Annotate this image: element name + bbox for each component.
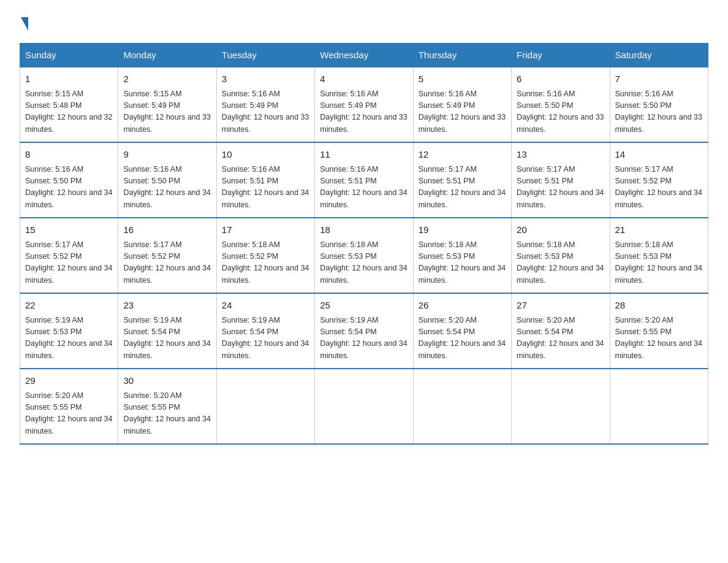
calendar-week-row-3: 15Sunrise: 5:17 AMSunset: 5:52 PMDayligh… [20,218,708,293]
day-info: Sunrise: 5:20 AMSunset: 5:55 PMDaylight:… [25,391,112,435]
calendar-week-row-2: 8Sunrise: 5:16 AMSunset: 5:50 PMDaylight… [20,142,708,218]
calendar-header-sunday: Sunday [20,44,118,67]
day-number: 10 [222,148,309,162]
calendar-cell: 13Sunrise: 5:17 AMSunset: 5:51 PMDayligh… [512,142,610,218]
day-info: Sunrise: 5:20 AMSunset: 5:55 PMDaylight:… [123,391,210,435]
day-number: 27 [517,299,604,313]
calendar-cell [512,369,610,444]
day-number: 26 [419,299,506,313]
day-info: Sunrise: 5:16 AMSunset: 5:50 PMDaylight:… [123,165,210,209]
logo-triangle-icon [21,17,28,31]
day-number: 4 [320,72,408,86]
calendar-cell [413,369,511,444]
calendar-cell: 1Sunrise: 5:15 AMSunset: 5:48 PMDaylight… [20,67,118,142]
calendar-cell: 5Sunrise: 5:16 AMSunset: 5:49 PMDaylight… [413,67,511,142]
day-number: 15 [25,223,113,237]
day-info: Sunrise: 5:19 AMSunset: 5:54 PMDaylight:… [320,316,407,360]
day-info: Sunrise: 5:16 AMSunset: 5:50 PMDaylight:… [25,165,112,209]
calendar-cell: 12Sunrise: 5:17 AMSunset: 5:51 PMDayligh… [413,142,511,218]
day-number: 21 [615,223,703,237]
calendar-cell: 10Sunrise: 5:16 AMSunset: 5:51 PMDayligh… [216,142,314,218]
day-info: Sunrise: 5:16 AMSunset: 5:49 PMDaylight:… [419,90,506,134]
calendar-cell: 27Sunrise: 5:20 AMSunset: 5:54 PMDayligh… [512,293,610,369]
day-number: 6 [517,72,604,86]
day-number: 19 [419,223,506,237]
day-info: Sunrise: 5:18 AMSunset: 5:52 PMDaylight:… [222,240,309,285]
calendar-week-row-4: 22Sunrise: 5:19 AMSunset: 5:53 PMDayligh… [20,293,708,369]
day-info: Sunrise: 5:19 AMSunset: 5:54 PMDaylight:… [123,316,210,360]
day-number: 5 [419,72,506,86]
day-info: Sunrise: 5:20 AMSunset: 5:54 PMDaylight:… [517,316,604,360]
calendar-week-row-1: 1Sunrise: 5:15 AMSunset: 5:48 PMDaylight… [20,67,708,142]
logo [20,15,28,31]
calendar-cell: 19Sunrise: 5:18 AMSunset: 5:53 PMDayligh… [413,218,511,293]
day-number: 2 [123,72,211,86]
day-number: 3 [222,72,309,86]
calendar-cell: 16Sunrise: 5:17 AMSunset: 5:52 PMDayligh… [118,218,216,293]
calendar-cell: 29Sunrise: 5:20 AMSunset: 5:55 PMDayligh… [20,369,118,444]
calendar-cell: 8Sunrise: 5:16 AMSunset: 5:50 PMDaylight… [20,142,118,218]
calendar-cell [216,369,314,444]
day-info: Sunrise: 5:19 AMSunset: 5:54 PMDaylight:… [222,316,309,360]
day-info: Sunrise: 5:16 AMSunset: 5:49 PMDaylight:… [222,90,309,134]
calendar-header-tuesday: Tuesday [216,44,314,67]
day-info: Sunrise: 5:17 AMSunset: 5:52 PMDaylight:… [25,240,112,285]
day-number: 8 [25,148,113,162]
day-number: 9 [123,148,211,162]
day-number: 17 [222,223,309,237]
calendar-cell: 26Sunrise: 5:20 AMSunset: 5:54 PMDayligh… [413,293,511,369]
calendar-cell: 25Sunrise: 5:19 AMSunset: 5:54 PMDayligh… [315,293,413,369]
calendar-cell: 18Sunrise: 5:18 AMSunset: 5:53 PMDayligh… [315,218,413,293]
calendar-header-thursday: Thursday [413,44,511,67]
calendar-cell: 21Sunrise: 5:18 AMSunset: 5:53 PMDayligh… [610,218,708,293]
day-info: Sunrise: 5:16 AMSunset: 5:50 PMDaylight:… [517,90,604,134]
day-info: Sunrise: 5:18 AMSunset: 5:53 PMDaylight:… [517,240,604,285]
day-number: 7 [615,72,703,86]
day-number: 12 [419,148,506,162]
calendar-header-row: SundayMondayTuesdayWednesdayThursdayFrid… [20,44,708,67]
calendar-cell: 3Sunrise: 5:16 AMSunset: 5:49 PMDaylight… [216,67,314,142]
calendar-cell: 15Sunrise: 5:17 AMSunset: 5:52 PMDayligh… [20,218,118,293]
day-info: Sunrise: 5:15 AMSunset: 5:49 PMDaylight:… [123,90,210,134]
calendar-header-wednesday: Wednesday [315,44,413,67]
day-number: 28 [615,299,703,313]
calendar-cell: 30Sunrise: 5:20 AMSunset: 5:55 PMDayligh… [118,369,216,444]
day-info: Sunrise: 5:18 AMSunset: 5:53 PMDaylight:… [320,240,407,285]
calendar-cell: 6Sunrise: 5:16 AMSunset: 5:50 PMDaylight… [512,67,610,142]
day-info: Sunrise: 5:16 AMSunset: 5:51 PMDaylight:… [320,165,407,209]
day-info: Sunrise: 5:17 AMSunset: 5:52 PMDaylight:… [615,165,702,209]
calendar-cell: 11Sunrise: 5:16 AMSunset: 5:51 PMDayligh… [315,142,413,218]
day-info: Sunrise: 5:16 AMSunset: 5:49 PMDaylight:… [320,90,407,134]
calendar-cell: 17Sunrise: 5:18 AMSunset: 5:52 PMDayligh… [216,218,314,293]
day-number: 18 [320,223,408,237]
calendar-cell: 28Sunrise: 5:20 AMSunset: 5:55 PMDayligh… [610,293,708,369]
calendar-cell: 7Sunrise: 5:16 AMSunset: 5:50 PMDaylight… [610,67,708,142]
day-number: 29 [25,374,113,388]
day-number: 13 [517,148,604,162]
calendar-cell: 20Sunrise: 5:18 AMSunset: 5:53 PMDayligh… [512,218,610,293]
page-header [20,15,708,31]
day-info: Sunrise: 5:20 AMSunset: 5:55 PMDaylight:… [615,316,702,360]
day-number: 16 [123,223,211,237]
calendar-week-row-5: 29Sunrise: 5:20 AMSunset: 5:55 PMDayligh… [20,369,708,444]
day-info: Sunrise: 5:20 AMSunset: 5:54 PMDaylight:… [419,316,506,360]
day-info: Sunrise: 5:18 AMSunset: 5:53 PMDaylight:… [419,240,506,285]
calendar-cell: 24Sunrise: 5:19 AMSunset: 5:54 PMDayligh… [216,293,314,369]
calendar-header-friday: Friday [512,44,610,67]
calendar-cell: 22Sunrise: 5:19 AMSunset: 5:53 PMDayligh… [20,293,118,369]
day-number: 30 [123,374,211,388]
day-number: 11 [320,148,408,162]
calendar-header-monday: Monday [118,44,216,67]
day-info: Sunrise: 5:17 AMSunset: 5:52 PMDaylight:… [123,240,210,285]
day-info: Sunrise: 5:17 AMSunset: 5:51 PMDaylight:… [517,165,604,209]
day-number: 22 [25,299,113,313]
day-number: 14 [615,148,703,162]
day-info: Sunrise: 5:16 AMSunset: 5:51 PMDaylight:… [222,165,309,209]
calendar-cell: 14Sunrise: 5:17 AMSunset: 5:52 PMDayligh… [610,142,708,218]
calendar-cell: 2Sunrise: 5:15 AMSunset: 5:49 PMDaylight… [118,67,216,142]
day-info: Sunrise: 5:18 AMSunset: 5:53 PMDaylight:… [615,240,702,285]
calendar-cell: 4Sunrise: 5:16 AMSunset: 5:49 PMDaylight… [315,67,413,142]
calendar-cell [610,369,708,444]
day-number: 24 [222,299,309,313]
day-info: Sunrise: 5:19 AMSunset: 5:53 PMDaylight:… [25,316,112,360]
